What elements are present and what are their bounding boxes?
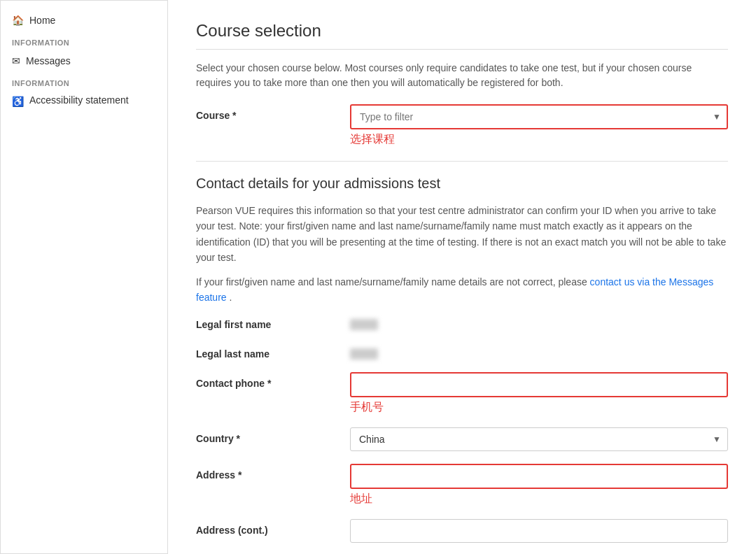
address-cont-wrapper — [350, 519, 728, 543]
sidebar-item-messages[interactable]: ✉ Messages — [1, 50, 167, 72]
legal-first-name-row: Legal first name — [196, 313, 728, 330]
sidebar-accessibility-label: Accessibility statement — [29, 94, 129, 106]
legal-first-name-value — [350, 319, 378, 330]
contact-phone-row: Contact phone * 手机号 — [196, 372, 728, 415]
country-wrapper: China ▼ — [350, 427, 728, 451]
legal-last-name-label: Legal last name — [196, 343, 336, 360]
address-label: Address * — [196, 464, 336, 481]
address-wrapper: 地址 — [350, 464, 728, 506]
course-control-wrapper: ▼ 选择课程 — [350, 104, 728, 147]
phone-annotation: 手机号 — [350, 400, 728, 415]
contact-info-suffix: . — [229, 292, 232, 303]
address-annotation: 地址 — [350, 492, 728, 506]
country-select[interactable]: China — [350, 427, 728, 451]
country-row: Country * China ▼ — [196, 427, 728, 451]
messages-icon: ✉ — [12, 55, 20, 66]
home-icon: 🏠 — [12, 15, 24, 26]
contact-info-para1: Pearson VUE requires this information so… — [196, 203, 728, 266]
section-divider — [196, 161, 728, 162]
legal-last-name-value-wrapper — [350, 343, 728, 360]
sidebar: 🏠 Home INFORMATION ✉ Messages INFORMATIO… — [0, 0, 168, 554]
contact-phone-input[interactable] — [350, 372, 728, 397]
sidebar-messages-label: Messages — [26, 55, 71, 66]
main-content: Course selection Select your chosen cour… — [168, 0, 756, 554]
sidebar-home-label: Home — [29, 15, 55, 26]
contact-info-prefix: If your first/given name and last name/s… — [196, 276, 590, 287]
course-row: Course * ▼ 选择课程 — [196, 104, 728, 147]
contact-info-para2: If your first/given name and last name/s… — [196, 274, 728, 306]
intro-text: Select your chosen course below. Most co… — [196, 61, 728, 90]
legal-last-name-row: Legal last name — [196, 343, 728, 360]
sidebar-item-accessibility[interactable]: ♿ Accessibility statement — [1, 90, 167, 111]
legal-last-name-value — [350, 348, 378, 360]
address-cont-input[interactable] — [350, 519, 728, 543]
course-input[interactable] — [350, 104, 728, 129]
contact-phone-wrapper: 手机号 — [350, 372, 728, 415]
sidebar-item-home[interactable]: 🏠 Home — [1, 9, 167, 31]
contact-phone-label: Contact phone * — [196, 372, 336, 389]
legal-first-name-label: Legal first name — [196, 313, 336, 330]
legal-first-name-value-wrapper — [350, 313, 728, 330]
course-label: Course * — [196, 104, 336, 121]
course-annotation: 选择课程 — [350, 132, 728, 147]
country-label: Country * — [196, 427, 336, 444]
address-row: Address * 地址 — [196, 464, 728, 506]
page-title: Course selection — [196, 21, 728, 50]
address-cont-row: Address (cont.) — [196, 519, 728, 543]
sidebar-section-2: INFORMATION — [1, 72, 167, 90]
address-input[interactable] — [350, 464, 728, 489]
accessibility-icon: ♿ — [12, 96, 24, 107]
address-cont-label: Address (cont.) — [196, 519, 336, 536]
sidebar-section-1: INFORMATION — [1, 31, 167, 50]
contact-section-title: Contact details for your admissions test — [196, 176, 728, 192]
